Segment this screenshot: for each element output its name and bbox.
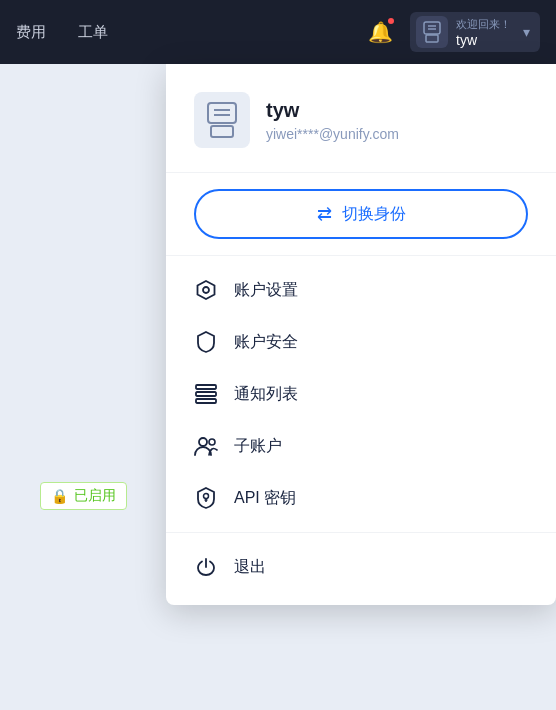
sub-accounts-label: 子账户 xyxy=(234,436,282,457)
user-profile-section: tyw yiwei****@yunify.com xyxy=(166,64,556,173)
menu-item-sub-accounts[interactable]: 子账户 xyxy=(166,420,556,472)
svg-point-8 xyxy=(203,287,209,293)
avatar-large xyxy=(194,92,250,148)
svg-rect-9 xyxy=(196,385,216,389)
svg-point-12 xyxy=(199,438,207,446)
menu-item-logout[interactable]: 退出 xyxy=(166,541,556,593)
navbar: 费用 工单 🔔 欢迎回来！ tyw ▾ xyxy=(0,0,556,64)
notification-button[interactable]: 🔔 xyxy=(362,14,398,50)
switch-identity-button[interactable]: ⇄ 切换身份 xyxy=(194,189,528,239)
username-large: tyw xyxy=(266,99,399,122)
navbar-right: 🔔 欢迎回来！ tyw ▾ xyxy=(362,12,540,52)
divider-1 xyxy=(166,255,556,256)
nav-item-workorder[interactable]: 工单 xyxy=(78,23,108,42)
user-details: tyw yiwei****@yunify.com xyxy=(266,99,399,142)
navbar-left: 费用 工单 xyxy=(16,23,362,42)
menu-item-notifications[interactable]: 通知列表 xyxy=(166,368,556,420)
menu-item-account-security[interactable]: 账户安全 xyxy=(166,316,556,368)
notification-badge xyxy=(386,16,396,26)
enabled-badge: 🔒 已启用 xyxy=(40,482,127,510)
svg-rect-0 xyxy=(424,22,440,34)
user-dropdown: tyw yiwei****@yunify.com ⇄ 切换身份 账户设置 账户安… xyxy=(166,64,556,605)
svg-point-13 xyxy=(209,439,215,445)
menu-item-account-settings[interactable]: 账户设置 xyxy=(166,264,556,316)
svg-rect-4 xyxy=(208,103,236,123)
shield-icon xyxy=(194,330,218,354)
list-icon xyxy=(194,382,218,406)
nav-item-fees[interactable]: 费用 xyxy=(16,23,46,42)
switch-icon: ⇄ xyxy=(317,203,332,225)
welcome-text: 欢迎回来！ xyxy=(456,17,511,32)
user-header-info: 欢迎回来！ tyw xyxy=(456,17,511,48)
account-security-label: 账户安全 xyxy=(234,332,298,353)
enabled-label: 已启用 xyxy=(74,487,116,505)
chevron-down-icon: ▾ xyxy=(523,24,530,40)
svg-rect-10 xyxy=(196,392,216,396)
users-icon xyxy=(194,434,218,458)
notifications-label: 通知列表 xyxy=(234,384,298,405)
avatar-small xyxy=(416,16,448,48)
navbar-username: tyw xyxy=(456,32,511,48)
svg-point-14 xyxy=(204,494,209,499)
divider-2 xyxy=(166,532,556,533)
svg-rect-11 xyxy=(196,399,216,403)
svg-rect-3 xyxy=(426,35,438,42)
logout-label: 退出 xyxy=(234,557,266,578)
menu-item-api-keys[interactable]: API 密钥 xyxy=(166,472,556,524)
user-email: yiwei****@yunify.com xyxy=(266,126,399,142)
switch-identity-label: 切换身份 xyxy=(342,204,406,225)
lock-icon: 🔒 xyxy=(51,488,68,504)
user-menu-trigger[interactable]: 欢迎回来！ tyw ▾ xyxy=(410,12,540,52)
account-settings-label: 账户设置 xyxy=(234,280,298,301)
api-keys-label: API 密钥 xyxy=(234,488,296,509)
gear-hexagon-icon xyxy=(194,278,218,302)
svg-rect-7 xyxy=(211,126,233,137)
key-shield-icon xyxy=(194,486,218,510)
power-icon xyxy=(194,555,218,579)
